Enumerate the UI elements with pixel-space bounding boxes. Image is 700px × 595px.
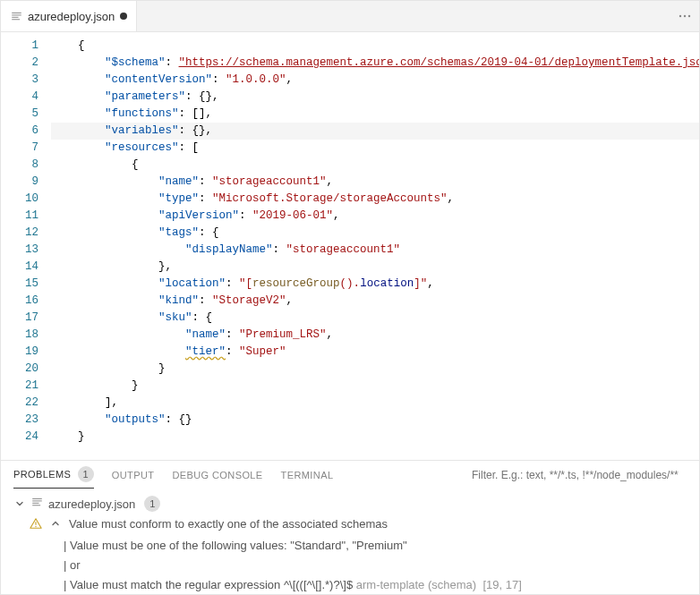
dirty-indicator-icon [120, 13, 127, 20]
file-problem-count-badge: 1 [144, 496, 160, 512]
problems-count-badge: 1 [78, 466, 94, 482]
code-line[interactable]: } [51, 378, 699, 395]
code-line[interactable]: }, [51, 259, 699, 276]
code-line[interactable]: "name": "Premium_LRS", [51, 327, 699, 344]
lines-icon [31, 497, 43, 511]
warning-icon [30, 517, 42, 532]
problem-detail-lines: | Value must be one of the following val… [13, 536, 687, 595]
code-line[interactable]: "type": "Microsoft.Storage/storageAccoun… [51, 191, 699, 208]
problems-panel: azuredeploy.json 1 Value must conform to… [1, 489, 699, 595]
problem-detail-line: | Value must match the regular expressio… [64, 575, 687, 595]
panel-tab-bar: PROBLEMS 1 OUTPUT DEBUG CONSOLE TERMINAL [1, 460, 699, 489]
code-line[interactable]: "sku": { [51, 310, 699, 327]
problem-file-row[interactable]: azuredeploy.json 1 [13, 494, 687, 514]
code-content[interactable]: { "$schema": "https://schema.management.… [51, 32, 699, 460]
code-line[interactable]: "$schema": "https://schema.management.az… [51, 55, 699, 72]
svg-point-2 [688, 15, 690, 17]
svg-point-1 [684, 15, 686, 17]
code-line[interactable]: "tier": "Super" [51, 344, 699, 361]
tab-actions [670, 1, 699, 31]
problem-file-name: azuredeploy.json [48, 497, 135, 511]
code-line[interactable]: "apiVersion": "2019-06-01", [51, 208, 699, 225]
code-editor[interactable]: 123456789101112131415161718192021222324 … [1, 32, 699, 460]
code-line[interactable]: "variables": {}, [51, 123, 699, 140]
line-number-gutter: 123456789101112131415161718192021222324 [1, 32, 51, 460]
code-line[interactable]: "name": "storageaccount1", [51, 174, 699, 191]
code-line[interactable]: } [51, 429, 699, 446]
more-icon[interactable] [678, 9, 692, 23]
code-line[interactable]: "outputs": {} [51, 412, 699, 429]
chevron-up-icon[interactable] [49, 517, 62, 530]
code-line[interactable]: { [51, 38, 699, 55]
code-line[interactable]: "parameters": {}, [51, 89, 699, 106]
svg-point-0 [679, 15, 681, 17]
tab-terminal[interactable]: TERMINAL [281, 470, 334, 480]
code-line[interactable]: "displayName": "storageaccount1" [51, 242, 699, 259]
tab-debug-console[interactable]: DEBUG CONSOLE [172, 470, 262, 480]
svg-point-4 [35, 526, 36, 527]
tab-output[interactable]: OUTPUT [112, 470, 155, 480]
problem-detail-line: | Value must be one of the following val… [64, 536, 687, 556]
tab-filename: azuredeploy.json [28, 10, 115, 23]
problems-filter-input[interactable] [472, 469, 687, 481]
editor-tab[interactable]: azuredeploy.json [1, 1, 137, 31]
code-line[interactable]: "tags": { [51, 225, 699, 242]
code-line[interactable]: { [51, 157, 699, 174]
lines-icon [10, 10, 22, 22]
code-line[interactable]: ], [51, 395, 699, 412]
code-line[interactable]: "kind": "StorageV2", [51, 293, 699, 310]
problem-message: Value must conform to exactly one of the… [69, 517, 388, 531]
problem-detail-line: | or [64, 556, 687, 575]
tab-problems[interactable]: PROBLEMS 1 [13, 466, 94, 489]
code-line[interactable]: "functions": [], [51, 106, 699, 123]
code-line[interactable]: "contentVersion": "1.0.0.0", [51, 72, 699, 89]
code-line[interactable]: } [51, 361, 699, 378]
code-line[interactable]: "location": "[resourceGroup().location]"… [51, 276, 699, 293]
tab-bar: azuredeploy.json [1, 1, 699, 32]
problem-item[interactable]: Value must conform to exactly one of the… [13, 517, 687, 532]
code-line[interactable]: "resources": [ [51, 140, 699, 157]
chevron-down-icon[interactable] [13, 497, 26, 510]
